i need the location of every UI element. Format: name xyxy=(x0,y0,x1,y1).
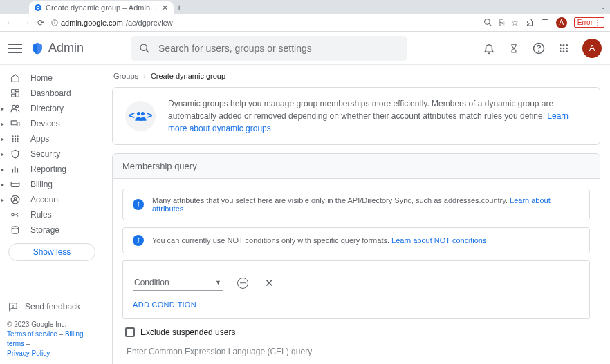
app-bar: Admin A xyxy=(0,32,610,65)
membership-query-panel: Membership query i Many attributes that … xyxy=(112,153,600,364)
condition-label: Condition xyxy=(134,278,169,287)
terms-link[interactable]: Terms of service xyxy=(7,330,57,338)
exclude-condition-button[interactable] xyxy=(237,277,249,289)
apps-icon[interactable] xyxy=(557,42,570,55)
sidebar-item-security[interactable]: ▸ Security xyxy=(0,146,104,162)
remove-condition-button[interactable]: ✕ xyxy=(263,277,275,289)
shield-icon xyxy=(10,149,21,159)
tab-switcher-icon[interactable] xyxy=(541,19,549,27)
svg-point-33 xyxy=(15,138,16,140)
send-feedback-button[interactable]: Send feedback xyxy=(0,296,104,317)
svg-line-9 xyxy=(146,50,149,52)
close-icon: ✕ xyxy=(265,277,274,289)
svg-rect-28 xyxy=(17,122,19,126)
apps-nav-icon xyxy=(10,134,21,144)
url-domain: admin.google.com xyxy=(61,19,123,27)
feedback-label: Send feedback xyxy=(25,302,80,312)
tabs-caret-icon[interactable]: ⌄ xyxy=(600,3,606,10)
chevron-right-icon: ▸ xyxy=(1,182,4,188)
sidebar-item-reporting[interactable]: ▸ Reporting xyxy=(0,162,104,177)
sidebar-label: Storage xyxy=(30,225,59,235)
profile-avatar[interactable]: A xyxy=(556,17,567,28)
sidebar-item-directory[interactable]: ▸ Directory xyxy=(0,101,104,116)
error-badge[interactable]: Error⋮ xyxy=(574,17,604,28)
svg-rect-3 xyxy=(55,22,55,24)
notifications-icon[interactable] xyxy=(483,42,495,55)
sidebar-item-dashboard[interactable]: Dashboard xyxy=(0,86,104,101)
show-less-button[interactable]: Show less xyxy=(8,243,95,261)
rules-icon xyxy=(10,210,21,220)
info-panel: <> Dynamic groups help you manage group … xyxy=(112,87,600,145)
tab-close-icon[interactable]: ✕ xyxy=(162,3,168,12)
chevron-right-icon: ▸ xyxy=(1,166,4,173)
svg-point-19 xyxy=(563,50,565,52)
learn-not-conditions-link[interactable]: Learn about NOT conditions xyxy=(391,236,486,245)
menu-icon[interactable] xyxy=(8,44,22,53)
panel-header: Membership query xyxy=(113,154,600,179)
search-input[interactable] xyxy=(158,43,399,54)
chevron-right-icon: ▸ xyxy=(1,197,4,203)
svg-rect-40 xyxy=(17,168,18,172)
sidebar-label: Dashboard xyxy=(30,88,71,98)
account-avatar[interactable]: A xyxy=(582,39,602,58)
sidebar-item-home[interactable]: Home xyxy=(0,70,104,86)
svg-point-31 xyxy=(17,135,18,137)
forward-icon[interactable]: → xyxy=(21,17,30,28)
condition-dropdown[interactable]: Condition ▼ xyxy=(133,275,223,291)
cel-query-input[interactable]: Enter Common Expression Language (CEL) q… xyxy=(125,344,587,361)
info-icon: i xyxy=(133,199,144,210)
svg-point-26 xyxy=(16,105,19,108)
svg-point-14 xyxy=(566,44,568,46)
new-tab-button[interactable]: + xyxy=(176,1,189,14)
svg-point-32 xyxy=(12,138,13,140)
svg-point-17 xyxy=(566,47,568,49)
svg-point-50 xyxy=(137,112,140,115)
exclude-suspended-checkbox[interactable] xyxy=(125,327,135,337)
back-icon[interactable]: ← xyxy=(6,17,15,28)
extensions-icon[interactable] xyxy=(526,19,534,27)
svg-rect-4 xyxy=(55,21,55,21)
svg-line-6 xyxy=(489,23,491,26)
breadcrumb-parent[interactable]: Groups xyxy=(113,72,138,80)
sidebar-label: Devices xyxy=(30,119,60,128)
search-bar[interactable] xyxy=(131,36,407,61)
svg-point-37 xyxy=(17,140,18,142)
sidebar-label: Directory xyxy=(30,104,64,113)
hourglass-icon[interactable] xyxy=(508,42,520,55)
sidebar-item-billing[interactable]: ▸ Billing xyxy=(0,177,104,192)
add-condition-button[interactable]: ADD CONDITION xyxy=(133,300,580,309)
sidebar-item-storage[interactable]: Storage xyxy=(0,222,104,238)
svg-point-15 xyxy=(560,47,562,49)
chevron-right-icon: ▸ xyxy=(1,121,4,127)
url-path: /ac/dgpreview xyxy=(126,19,173,27)
sidebar-item-apps[interactable]: ▸ Apps xyxy=(0,131,104,146)
account-icon xyxy=(10,195,21,204)
install-icon[interactable]: ⎘ xyxy=(499,18,504,28)
sidebar-item-account[interactable]: ▸ Account xyxy=(0,192,104,207)
privacy-link[interactable]: Privacy Policy xyxy=(7,349,50,357)
svg-point-45 xyxy=(12,213,15,216)
svg-text:<: < xyxy=(129,109,135,121)
address-bar[interactable]: admin.google.com/ac/dgpreview xyxy=(51,19,477,27)
breadcrumb-current: Create dynamic group xyxy=(151,72,225,80)
help-icon[interactable] xyxy=(533,42,545,55)
browser-tab-strip: Create dynamic group – Admin… ✕ + ⌄ xyxy=(0,0,610,14)
app-bar-actions: A xyxy=(483,39,602,58)
admin-logo[interactable]: Admin xyxy=(30,41,84,55)
legal-footer: © 2023 Google Inc. Terms of service – Bi… xyxy=(0,317,104,364)
svg-point-51 xyxy=(141,112,145,115)
sidebar-label: Apps xyxy=(30,134,49,144)
chevron-right-icon: ▸ xyxy=(1,151,4,157)
reload-icon[interactable]: ⟳ xyxy=(37,18,44,28)
sidebar-item-devices[interactable]: ▸ Devices xyxy=(0,116,104,131)
sidebar-label: Security xyxy=(30,149,60,159)
svg-rect-27 xyxy=(11,121,17,125)
exclude-suspended-row[interactable]: Exclude suspended users xyxy=(125,327,590,337)
copyright: © 2023 Google Inc. xyxy=(7,320,97,329)
svg-rect-21 xyxy=(12,90,15,93)
bookmark-icon[interactable]: ☆ xyxy=(511,18,519,28)
browser-tab[interactable]: Create dynamic group – Admin… ✕ xyxy=(29,1,174,14)
zoom-icon[interactable] xyxy=(483,18,492,27)
svg-point-25 xyxy=(12,105,16,108)
sidebar-item-rules[interactable]: Rules xyxy=(0,207,104,222)
